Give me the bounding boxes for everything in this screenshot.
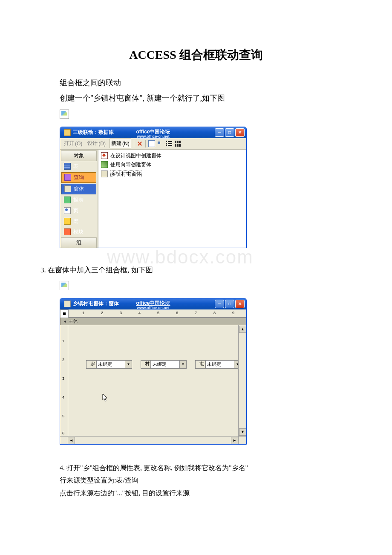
design-label: 设计	[87, 140, 98, 147]
combo-value[interactable]: 未绑定	[205, 360, 234, 369]
list-item-label: 乡镇村屯窗体	[110, 170, 142, 178]
sidebar-label: 模块	[73, 228, 84, 236]
broken-image-icon	[60, 110, 69, 119]
details-view-icon[interactable]	[175, 141, 181, 147]
design-key: (D)	[98, 141, 106, 147]
form-titlebar[interactable]: 乡镇村屯窗体：窗体 office中国论坛 www.office-cn.net ─…	[60, 298, 246, 309]
wizard-icon	[101, 161, 108, 168]
sidebar-label: 查询	[74, 174, 84, 181]
scroll-right-button[interactable]: ►	[231, 437, 238, 444]
horizontal-scrollbar[interactable]: ◄ ►	[60, 436, 246, 444]
page-icon	[64, 207, 71, 214]
ruler-mark: 3	[62, 376, 64, 381]
scroollbar-track[interactable]	[75, 436, 231, 444]
objects-header: 对象	[61, 150, 97, 161]
delete-icon[interactable]	[137, 141, 143, 147]
sidebar-item-reports[interactable]: 报表	[61, 195, 96, 205]
form-design-window: 乡镇村屯窗体：窗体 office中国论坛 www.office-cn.net ─…	[60, 298, 247, 445]
minimize-button[interactable]: ─	[215, 300, 224, 308]
ruler-corner[interactable]	[60, 309, 69, 318]
open-key: (O)	[75, 141, 82, 147]
form-window-title: 乡镇村屯窗体：窗体	[73, 300, 119, 307]
ruler-strip: 1 2 3 4 5 6 7 8 9	[69, 309, 246, 317]
new-button[interactable]: 新建(N)	[110, 139, 131, 148]
close-button[interactable]: ✕	[235, 300, 245, 308]
section-header-body[interactable]: 主体	[60, 318, 246, 325]
sidebar-item-tables[interactable]: 表	[61, 162, 96, 171]
sidebar-label: 宏	[73, 218, 78, 225]
ruler-mark: 6	[176, 311, 178, 315]
sidebar-item-modules[interactable]: 模块	[61, 227, 96, 237]
combo-value[interactable]: 未绑定	[151, 360, 180, 369]
ruler-mark: 4	[138, 311, 141, 315]
list-item[interactable]: 在设计视图中创建窗体	[100, 151, 245, 160]
new-label: 新建	[111, 140, 121, 147]
paragraph-5: 行来源类型设置为:表/查询	[60, 475, 354, 486]
forum-url[interactable]: www.office-cn.net	[137, 134, 170, 139]
form-icon	[101, 171, 108, 177]
scroll-down-button[interactable]: ▼	[239, 428, 246, 436]
ruler-mark: 2	[101, 311, 103, 315]
paragraph-2: 创建一个"乡镇村屯窗体", 新建一个就行了,如下图	[60, 91, 354, 105]
ruler-mark: 1	[62, 339, 64, 343]
dropdown-icon[interactable]: ▼	[125, 360, 132, 369]
scroll-left-button[interactable]: ◄	[68, 437, 75, 444]
open-button[interactable]: 打开(O)	[63, 139, 84, 148]
query-icon	[64, 174, 71, 181]
vertical-scrollbar[interactable]: ▲ ▼	[238, 325, 246, 436]
watermark: www.bdocx.com	[107, 246, 254, 268]
dropdown-icon[interactable]: ▼	[180, 360, 187, 369]
ruler-mark: 2	[62, 358, 64, 362]
sidebar-item-queries[interactable]: 查询	[61, 172, 96, 183]
objects-sidebar: 对象 表 查询 窗体 报表 页 宏 模块 组	[60, 150, 98, 248]
list-item[interactable]: 乡镇村屯窗体	[100, 169, 245, 179]
db-toolbar: 打开(O) 设计(D) 新建(N)	[60, 138, 246, 150]
module-icon	[64, 228, 71, 235]
new-key: (N)	[122, 141, 130, 147]
small-icons-view-icon[interactable]	[158, 141, 164, 147]
large-icons-view-icon[interactable]	[148, 140, 155, 147]
combo-tun[interactable]: 屯 未绑定 ▼	[195, 360, 241, 369]
db-titlebar[interactable]: 三级联动：数据库 office中国论坛 www.office-cn.net ─ …	[60, 127, 246, 138]
macro-icon	[64, 218, 71, 225]
combo-label: 村	[141, 360, 151, 369]
ruler-mark: 8	[213, 311, 216, 315]
sidebar-item-macros[interactable]: 宏	[61, 217, 96, 226]
list-item[interactable]: 使用向导创建窗体	[100, 160, 245, 169]
design-button[interactable]: 设计(D)	[86, 139, 107, 148]
sidebar-item-pages[interactable]: 页	[61, 206, 96, 216]
form-icon	[64, 185, 71, 192]
broken-image-icon	[60, 281, 69, 290]
combo-label: 乡	[86, 360, 96, 369]
app-icon	[64, 129, 71, 136]
groups-header[interactable]: 组	[61, 237, 97, 248]
ruler-mark: 1	[82, 311, 84, 315]
ruler-mark: 9	[232, 311, 234, 315]
combo-value[interactable]: 未绑定	[96, 360, 125, 369]
list-view-icon[interactable]	[166, 141, 172, 147]
objects-list: 在设计视图中创建窗体 使用向导创建窗体 乡镇村屯窗体	[98, 150, 246, 248]
maximize-button[interactable]: □	[225, 128, 234, 137]
sidebar-label: 页	[73, 207, 78, 214]
cursor-icon	[102, 393, 108, 402]
close-button[interactable]: ✕	[235, 128, 245, 137]
sidebar-label: 窗体	[74, 185, 84, 193]
vertical-ruler: 1 2 3 4 5 6	[60, 325, 68, 436]
db-window-title: 三级联动：数据库	[73, 129, 114, 136]
ruler-mark: 7	[195, 311, 197, 315]
open-label: 打开	[64, 140, 74, 147]
combo-xiang[interactable]: 乡 未绑定 ▼	[86, 360, 132, 369]
sidebar-item-forms[interactable]: 窗体	[61, 184, 96, 194]
horizontal-ruler: 1 2 3 4 5 6 7 8 9	[60, 309, 246, 318]
combo-cun[interactable]: 村 未绑定 ▼	[141, 360, 187, 369]
report-icon	[64, 197, 71, 203]
design-view-icon	[101, 152, 108, 159]
ruler-mark: 4	[62, 395, 64, 399]
maximize-button[interactable]: □	[225, 300, 234, 308]
scroll-up-button[interactable]: ▲	[239, 326, 246, 333]
minimize-button[interactable]: ─	[215, 128, 224, 137]
access-db-window: 三级联动：数据库 office中国论坛 www.office-cn.net ─ …	[60, 127, 247, 248]
form-canvas[interactable]: 乡 未绑定 ▼ 村 未绑定 ▼ 屯 未绑定 ▼	[68, 325, 238, 436]
paragraph-3: 3. 在窗体中加入三个组合框, 如下图	[40, 265, 354, 275]
ruler-mark: 5	[157, 311, 159, 315]
